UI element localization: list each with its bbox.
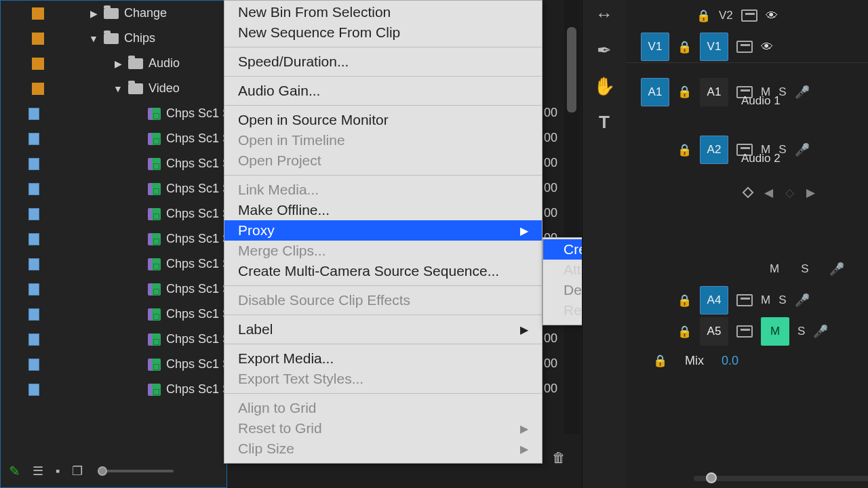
- menu-item[interactable]: New Bin From Selection: [224, 2, 542, 22]
- clip-row[interactable]: Chps Sc1 S1: [1, 176, 226, 201]
- next-keyframe-icon[interactable]: ▶: [806, 186, 815, 200]
- folder-change[interactable]: ▶ Change: [1, 1, 226, 26]
- target-a1[interactable]: A1: [700, 78, 728, 106]
- lock-icon[interactable]: 🔒: [677, 293, 692, 308]
- menu-item[interactable]: Create Multi-Camera Source Sequence...: [224, 261, 542, 281]
- keyframe-marker: ◇: [785, 186, 794, 200]
- clip-row[interactable]: Chps Sc1 S4: [1, 277, 226, 302]
- lock-icon[interactable]: 🔒: [677, 143, 692, 157]
- folder-chips[interactable]: ▼ Chips: [1, 26, 226, 51]
- solo-label[interactable]: S: [801, 262, 808, 276]
- track-hidden[interactable]: M S 🎤: [626, 253, 868, 285]
- target-a4[interactable]: A4: [700, 286, 728, 314]
- pencil-icon[interactable]: ✎: [9, 463, 20, 479]
- track-a2[interactable]: 🔒 A2 M S 🎤 Audio 2: [626, 121, 868, 179]
- target-a2[interactable]: A2: [700, 136, 728, 164]
- mute-label[interactable]: M: [761, 293, 770, 307]
- prev-keyframe-icon[interactable]: ◀: [764, 186, 773, 200]
- clip-row[interactable]: Chps Sc1 S4: [1, 352, 226, 377]
- menu-item[interactable]: Proxy▶: [224, 220, 542, 241]
- clip-row[interactable]: Chps Sc1 S1: [1, 201, 226, 226]
- lock-icon[interactable]: 🔒: [677, 85, 692, 99]
- solo-label[interactable]: S: [797, 325, 805, 338]
- scroll-thumb[interactable]: [567, 27, 576, 113]
- collapse-icon[interactable]: ▼: [89, 33, 98, 44]
- lock-icon[interactable]: 🔒: [677, 40, 692, 54]
- clip-label: Chps Sc1 S4: [166, 382, 226, 396]
- clip-row[interactable]: Chps Sc1 S4: [1, 377, 226, 402]
- mic-icon[interactable]: 🎤: [795, 293, 810, 308]
- menu-item[interactable]: Open in Source Monitor: [224, 110, 542, 130]
- expand-icon[interactable]: ▶: [113, 58, 123, 69]
- target-a5[interactable]: A5: [700, 317, 728, 346]
- submenu-arrow-icon: ▶: [520, 443, 528, 455]
- keyframe-icon[interactable]: [743, 187, 754, 199]
- toggle-sync-icon[interactable]: [736, 294, 753, 306]
- track-a5[interactable]: 🔒 A5 M S 🎤: [626, 316, 868, 347]
- scrollbar[interactable]: [564, 0, 580, 434]
- timeline-zoom-slider[interactable]: [694, 476, 868, 481]
- freeform-view-icon[interactable]: ❐: [72, 464, 83, 479]
- source-a1[interactable]: A1: [641, 78, 669, 106]
- hand-tool-icon[interactable]: ✋: [593, 76, 615, 97]
- lock-icon[interactable]: 🔒: [653, 354, 667, 368]
- mic-icon[interactable]: 🎤: [813, 324, 828, 339]
- menu-item[interactable]: New Sequence From Clip: [224, 22, 542, 43]
- track-a1[interactable]: A1 🔒 A1 M S 🎤 Audio 1: [626, 62, 868, 121]
- menu-item[interactable]: Speed/Duration...: [224, 52, 542, 72]
- clip-icon: [148, 183, 161, 195]
- target-v1[interactable]: V1: [700, 33, 728, 61]
- clip-icon: [148, 108, 161, 120]
- track-a4[interactable]: 🔒 A4 M S 🎤: [626, 285, 868, 316]
- clip-row[interactable]: Chps Sc1 S1: [1, 101, 226, 126]
- source-v1[interactable]: V1: [641, 33, 669, 61]
- menu-item[interactable]: Export Media...: [224, 348, 542, 369]
- mic-icon[interactable]: 🎤: [795, 142, 810, 157]
- mute-label[interactable]: M: [770, 262, 779, 276]
- folder-video[interactable]: ▼ Video: [1, 76, 226, 101]
- menu-item: Clip Size▶: [224, 439, 542, 459]
- clip-row[interactable]: Chps Sc1 S1: [1, 226, 226, 251]
- type-tool-icon[interactable]: T: [599, 112, 610, 133]
- solo-label[interactable]: S: [778, 293, 786, 307]
- clip-icon: [148, 333, 161, 346]
- menu-item[interactable]: Label▶: [224, 319, 542, 340]
- clip-icon: [148, 308, 161, 321]
- label-color: [28, 108, 39, 120]
- folder-audio[interactable]: ▶ Audio: [1, 51, 226, 76]
- clip-label: Chps Sc1 S4: [166, 357, 226, 371]
- eye-icon[interactable]: 👁: [761, 40, 773, 54]
- expand-icon[interactable]: ▶: [89, 8, 98, 19]
- mic-icon[interactable]: 🎤: [795, 85, 810, 100]
- lock-icon[interactable]: 🔒: [677, 325, 692, 339]
- label-color: [28, 308, 39, 321]
- menu-item[interactable]: Make Offline...: [224, 200, 542, 220]
- clip-row[interactable]: Chps Sc1 S4: [1, 302, 226, 327]
- icon-view-icon[interactable]: ▪: [56, 464, 60, 479]
- toggle-sync-icon[interactable]: [736, 41, 753, 53]
- clip-row[interactable]: Chps Sc1 S1: [1, 126, 226, 151]
- label-color: [28, 384, 39, 396]
- clip-row[interactable]: Chps Sc1 S4: [1, 327, 226, 352]
- toggle-sync-icon[interactable]: [736, 325, 753, 338]
- ripple-edit-icon[interactable]: ↔: [595, 4, 613, 25]
- mix-value[interactable]: 0.0: [722, 354, 738, 368]
- track-v2[interactable]: 🔒 V2 👁: [626, 0, 868, 31]
- trash-icon[interactable]: 🗑: [552, 450, 566, 466]
- clip-row[interactable]: Chps Sc1 S1: [1, 151, 226, 176]
- mute-active[interactable]: M: [761, 317, 789, 346]
- mix-track[interactable]: 🔒 Mix 0.0: [626, 347, 868, 374]
- pen-tool-icon[interactable]: ✒: [597, 40, 612, 61]
- label-color: [32, 33, 44, 45]
- list-view-icon[interactable]: ☰: [33, 464, 43, 479]
- zoom-slider[interactable]: [99, 470, 174, 472]
- mic-icon[interactable]: 🎤: [829, 262, 844, 277]
- menu-item[interactable]: Audio Gain...: [224, 81, 542, 101]
- toggle-sync-icon[interactable]: [741, 9, 757, 22]
- clip-row[interactable]: Chps Sc1 S1: [1, 251, 226, 277]
- track-v1[interactable]: V1 🔒 V1 👁: [626, 31, 868, 62]
- lock-icon[interactable]: 🔒: [696, 9, 711, 23]
- clip-label: Chps Sc1 S1: [166, 157, 226, 171]
- collapse-icon[interactable]: ▼: [113, 83, 123, 94]
- eye-icon[interactable]: 👁: [766, 9, 778, 23]
